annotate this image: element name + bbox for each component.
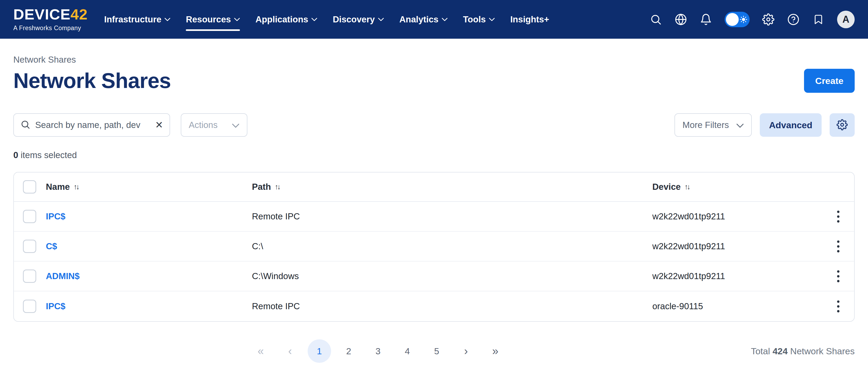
network-shares-table: Name ↑↓ Path ↑↓ Device ↑↓ IPC$ Remote IP… bbox=[13, 172, 855, 322]
row-checkbox[interactable] bbox=[23, 240, 36, 253]
gear-icon[interactable] bbox=[762, 13, 775, 26]
nav-item-resources[interactable]: Resources bbox=[186, 10, 240, 29]
search-icon bbox=[20, 119, 30, 131]
table-settings-button[interactable] bbox=[830, 113, 855, 137]
title-row: Network Shares Create bbox=[13, 68, 855, 93]
brand-logo[interactable]: DEVICE42 A Freshworks Company bbox=[13, 7, 88, 32]
share-name-link[interactable]: IPC$ bbox=[46, 301, 252, 311]
share-path: C:\ bbox=[252, 241, 652, 251]
share-path: Remote IPC bbox=[252, 301, 652, 311]
row-checkbox[interactable] bbox=[23, 270, 36, 283]
navbar-actions: A bbox=[649, 11, 855, 28]
column-label: Path bbox=[252, 182, 271, 192]
column-header-device[interactable]: Device ↑↓ bbox=[652, 182, 822, 192]
logo-text: DEVICE42 bbox=[13, 7, 88, 22]
create-button[interactable]: Create bbox=[804, 69, 855, 93]
selection-label: items selected bbox=[18, 150, 77, 160]
row-checkbox[interactable] bbox=[23, 300, 36, 313]
bookmark-icon[interactable] bbox=[812, 13, 825, 26]
row-menu-icon[interactable] bbox=[834, 238, 842, 255]
nav-item-label: Tools bbox=[463, 14, 486, 25]
selection-count: 0 bbox=[13, 150, 18, 160]
page-button-5[interactable]: 5 bbox=[425, 339, 448, 363]
share-name-link[interactable]: ADMIN$ bbox=[46, 271, 252, 281]
table-header-row: Name ↑↓ Path ↑↓ Device ↑↓ bbox=[14, 172, 854, 202]
nav-item-tools[interactable]: Tools bbox=[463, 10, 495, 29]
row-menu-icon[interactable] bbox=[834, 267, 842, 285]
share-device: w2k22wd01tp9211 bbox=[652, 271, 822, 281]
advanced-button[interactable]: Advanced bbox=[760, 113, 822, 137]
table-row: IPC$ Remote IPC w2k22wd01tp9211 bbox=[14, 202, 854, 232]
nav-item-analytics[interactable]: Analytics bbox=[399, 10, 447, 29]
row-menu-icon[interactable] bbox=[834, 298, 842, 315]
page-button-4[interactable]: 4 bbox=[396, 339, 419, 363]
avatar[interactable]: A bbox=[837, 11, 855, 28]
nav-item-label: Analytics bbox=[399, 14, 438, 25]
toolbar: ✕ Actions More Filters Advanced bbox=[13, 113, 855, 137]
chevron-down-icon bbox=[489, 18, 495, 21]
row-checkbox[interactable] bbox=[23, 210, 36, 223]
first-page-button[interactable]: « bbox=[249, 339, 273, 363]
sort-icon[interactable]: ↑↓ bbox=[73, 183, 79, 191]
nav-item-label: Discovery bbox=[333, 14, 375, 25]
page-button-1[interactable]: 1 bbox=[308, 339, 331, 363]
nav-item-label: Insights+ bbox=[510, 14, 549, 25]
total-prefix: Total bbox=[751, 346, 773, 356]
share-device: oracle-90115 bbox=[652, 301, 822, 311]
page-button-3[interactable]: 3 bbox=[366, 339, 390, 363]
more-filters-label: More Filters bbox=[682, 120, 729, 130]
clear-search-icon[interactable]: ✕ bbox=[155, 120, 163, 130]
column-header-name[interactable]: Name ↑↓ bbox=[46, 182, 252, 192]
share-device: w2k22wd01tp9211 bbox=[652, 211, 822, 222]
actions-label: Actions bbox=[189, 120, 218, 130]
globe-icon[interactable] bbox=[675, 13, 687, 26]
chevron-down-icon bbox=[442, 18, 447, 21]
nav-item-label: Applications bbox=[255, 14, 308, 25]
table-row: ADMIN$ C:\Windows w2k22wd01tp9211 bbox=[14, 261, 854, 291]
search-box: ✕ bbox=[13, 113, 170, 137]
actions-dropdown[interactable]: Actions bbox=[181, 113, 247, 137]
logo-main: DEVICE bbox=[13, 6, 71, 23]
share-path: C:\Windows bbox=[252, 271, 652, 281]
nav-item-insights[interactable]: Insights+ bbox=[510, 10, 549, 29]
chevron-down-icon bbox=[234, 18, 240, 21]
search-icon[interactable] bbox=[649, 13, 662, 26]
gear-icon bbox=[837, 119, 848, 131]
chevron-down-icon bbox=[232, 120, 239, 130]
sun-icon bbox=[740, 16, 747, 24]
help-icon[interactable] bbox=[787, 13, 800, 26]
more-filters-dropdown[interactable]: More Filters bbox=[675, 113, 752, 137]
row-menu-icon[interactable] bbox=[834, 208, 842, 225]
search-input[interactable] bbox=[35, 120, 150, 130]
nav-item-applications[interactable]: Applications bbox=[255, 10, 317, 29]
share-name-link[interactable]: C$ bbox=[46, 241, 252, 251]
last-page-button[interactable]: » bbox=[484, 339, 507, 363]
breadcrumb[interactable]: Network Shares bbox=[13, 55, 855, 65]
chevron-down-icon bbox=[311, 18, 317, 21]
nav-item-label: Infrastructure bbox=[104, 14, 161, 25]
nav-item-discovery[interactable]: Discovery bbox=[333, 10, 384, 29]
chevron-down-icon bbox=[736, 120, 744, 130]
logo-tagline: A Freshworks Company bbox=[13, 25, 88, 32]
page-button-2[interactable]: 2 bbox=[337, 339, 361, 363]
share-name-link[interactable]: IPC$ bbox=[46, 211, 252, 222]
bell-icon[interactable] bbox=[700, 13, 712, 26]
sort-icon[interactable]: ↑↓ bbox=[684, 183, 689, 191]
toggle-knob bbox=[726, 13, 739, 26]
total-suffix: Network Shares bbox=[788, 346, 855, 356]
column-header-path[interactable]: Path ↑↓ bbox=[252, 182, 652, 192]
nav-item-infrastructure[interactable]: Infrastructure bbox=[104, 10, 170, 29]
pager: « ‹ 1 2 3 4 5 › » bbox=[249, 339, 619, 363]
table-row: C$ C:\ w2k22wd01tp9211 bbox=[14, 232, 854, 261]
share-path: Remote IPC bbox=[252, 211, 652, 222]
page-title: Network Shares bbox=[13, 68, 171, 93]
prev-page-button[interactable]: ‹ bbox=[278, 339, 302, 363]
select-all-checkbox[interactable] bbox=[23, 180, 36, 193]
theme-toggle[interactable] bbox=[724, 12, 750, 27]
next-page-button[interactable]: › bbox=[454, 339, 478, 363]
sort-icon[interactable]: ↑↓ bbox=[275, 183, 280, 191]
main-nav: Infrastructure Resources Applications Di… bbox=[104, 10, 549, 29]
selection-status: 0 items selected bbox=[13, 150, 855, 160]
avatar-initial: A bbox=[842, 14, 849, 25]
total-value: 424 bbox=[773, 346, 788, 356]
